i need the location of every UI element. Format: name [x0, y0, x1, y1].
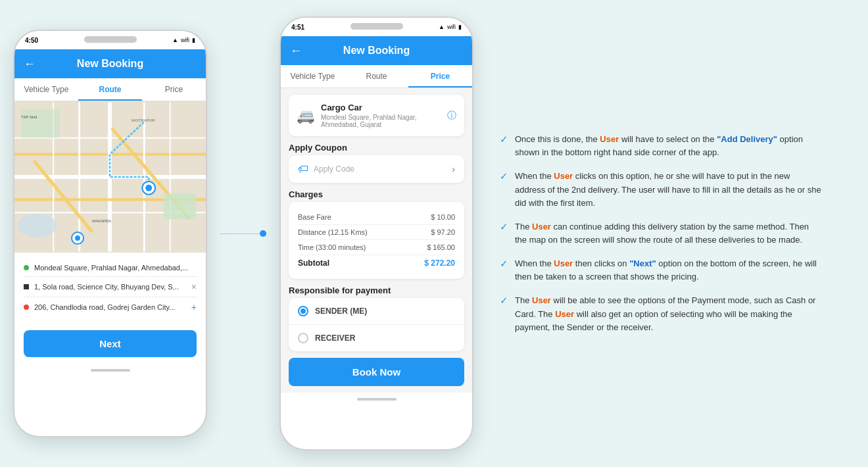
instruction-item-1: ✓ Once this is done, the User will have …: [500, 133, 822, 159]
charge-amount-time: $ 165.00: [427, 243, 455, 251]
truck-icon: 🚐: [297, 107, 314, 124]
phone1-tabs: Vehicle Type Route Price: [14, 78, 206, 101]
phone2-body: 🚐 Cargo Car Mondeal Square, Prahlad Naga…: [281, 88, 472, 393]
phone1-time: 4:50: [25, 37, 38, 44]
cargo-card: 🚐 Cargo Car Mondeal Square, Prahlad Naga…: [289, 95, 464, 136]
phone2-tab-vehicle[interactable]: Vehicle Type: [281, 65, 345, 87]
phone1-header-title: New Booking: [42, 58, 178, 70]
home-bar-1: [91, 369, 130, 372]
phone2-tab-route[interactable]: Route: [345, 65, 408, 87]
charges-box: Base Fare $ 10.00 Distance (12.15 Kms) $…: [289, 202, 464, 279]
payment-section: Responsible for payment SENDER (ME) RECE…: [289, 285, 464, 351]
charges-section: Charges Base Fare $ 10.00 Distance (12.1…: [289, 189, 464, 279]
phone2-bottom: [281, 393, 472, 406]
loc-add-button[interactable]: +: [191, 302, 197, 312]
sender-label: SENDER (ME): [315, 307, 367, 316]
svg-rect-15: [21, 109, 60, 137]
instruction-text-2: When the User clicks on this option, he …: [515, 170, 822, 209]
instruction-text-4: When the User then clicks on "Next" opti…: [515, 257, 822, 283]
loc-remove-button[interactable]: ×: [191, 282, 197, 292]
phone1-back-button[interactable]: ←: [24, 57, 36, 71]
radio-sender: [298, 306, 308, 316]
phone1-tab-route[interactable]: Route: [78, 78, 142, 101]
book-now-button[interactable]: Book Now: [289, 358, 464, 386]
connector-dot: [260, 230, 266, 237]
phone1-bottom: [14, 364, 206, 377]
charge-row-subtotal: Subtotal $ 272.20: [298, 255, 455, 271]
coupon-arrow-icon: ›: [452, 164, 455, 174]
coupon-icon: 🏷: [298, 163, 308, 175]
charge-row-distance: Distance (12.15 Kms) $ 97.20: [298, 225, 455, 240]
phone1-location-list: Mondeal Square, Prahlad Nagar, Ahmedabad…: [14, 253, 206, 324]
radio-inner-sender: [301, 308, 306, 314]
phone2-back-button[interactable]: ←: [290, 44, 302, 58]
svg-text:MAKARBA: MAKARBA: [92, 219, 111, 223]
wifi-icon-2: wifi: [447, 24, 456, 30]
check-icon-3: ✓: [500, 221, 508, 233]
check-icon-5: ✓: [500, 295, 508, 307]
phone1-status-icons: ▲ wifi ▮: [172, 37, 195, 43]
charge-amount-distance: $ 97.20: [431, 228, 455, 236]
radio-receiver: [298, 333, 308, 343]
charge-row-time: Time (33:00 minutes) $ 165.00: [298, 240, 455, 255]
cargo-info-icon[interactable]: ⓘ: [447, 110, 456, 122]
instruction-item-4: ✓ When the User then clicks on "Next" op…: [500, 257, 822, 283]
phone2-header-title: New Booking: [308, 45, 445, 57]
loc-dot-red: [24, 305, 29, 310]
charge-row-base: Base Fare $ 10.00: [298, 210, 455, 225]
instructions-panel: ✓ Once this is done, the User will have …: [487, 126, 829, 341]
home-bar-2: [357, 398, 397, 401]
next-button[interactable]: Next: [24, 330, 197, 357]
check-icon-4: ✓: [500, 258, 508, 270]
phone1-tab-vehicle[interactable]: Vehicle Type: [14, 78, 78, 101]
loc-text-2: 1, Sola road, Science City, Bhuyang Dev,…: [34, 283, 186, 291]
battery-icon: ▮: [192, 37, 195, 43]
instruction-text-1: Once this is done, the User will have to…: [515, 133, 822, 159]
phone2-tab-price[interactable]: Price: [408, 65, 472, 87]
instruction-item-5: ✓ The User will be able to see the optio…: [500, 294, 822, 333]
phone1-tab-price[interactable]: Price: [142, 78, 206, 101]
svg-text:TRP Mall: TRP Mall: [21, 115, 37, 119]
phone1-mockup: 4:50 ▲ wifi ▮ ← New Booking Vehicle Type…: [13, 30, 207, 437]
phone1-map: BOPAL VASTRAPUR TRP Mall MAKARBA: [14, 101, 206, 253]
payment-option-receiver[interactable]: RECEIVER: [289, 325, 464, 351]
instruction-item-2: ✓ When the User clicks on this option, h…: [500, 170, 822, 209]
battery-icon-2: ▮: [458, 24, 462, 30]
payment-label: Responsible for payment: [289, 285, 464, 295]
phone1-notch-bar: [84, 36, 137, 43]
phone2-notch: 4:51 ▲ wifi ▮: [281, 18, 472, 36]
instruction-text-5: The User will be able to see the options…: [515, 294, 822, 333]
charges-label: Charges: [289, 189, 464, 199]
phone2-notch-bar: [350, 23, 403, 30]
check-icon-2: ✓: [500, 170, 508, 182]
instruction-text-3: The User can continue adding this delive…: [515, 220, 822, 247]
loc-text-3: 206, Chandlodia road, Godrej Garden City…: [34, 303, 186, 311]
phone1-notch: 4:50 ▲ wifi ▮: [14, 31, 206, 49]
cargo-sub: Mondeal Square, Prahlad Nagar,Ahmedabad,…: [321, 114, 441, 128]
phone2-tabs: Vehicle Type Route Price: [281, 65, 472, 88]
charge-label-time: Time (33:00 minutes): [298, 243, 366, 251]
wifi-icon: wifi: [181, 37, 189, 43]
location-item-1: Mondeal Square, Prahlad Nagar, Ahmedabad…: [24, 259, 197, 277]
loc-dot-green: [24, 265, 29, 270]
phone2-mockup: 4:51 ▲ wifi ▮ ← New Booking Vehicle Type…: [279, 16, 473, 451]
cargo-info: Cargo Car Mondeal Square, Prahlad Nagar,…: [321, 103, 441, 128]
svg-rect-14: [164, 193, 196, 219]
apply-code-text: Apply Code: [314, 164, 446, 174]
payment-box: SENDER (ME) RECEIVER: [289, 298, 464, 351]
charge-amount-base: $ 10.00: [431, 213, 455, 221]
phone2-time: 4:51: [291, 24, 304, 31]
receiver-label: RECEIVER: [315, 333, 355, 343]
svg-point-13: [18, 214, 57, 237]
phone2-header: ← New Booking: [281, 36, 472, 65]
payment-option-sender[interactable]: SENDER (ME): [289, 298, 464, 325]
apply-code-row[interactable]: 🏷 Apply Code ›: [289, 155, 464, 183]
loc-square: [24, 284, 29, 289]
phone2-status-icons: ▲ wifi ▮: [439, 24, 462, 30]
svg-point-21: [145, 185, 152, 191]
loc-text-1: Mondeal Square, Prahlad Nagar, Ahmedabad…: [34, 264, 197, 272]
charge-label-base: Base Fare: [298, 213, 331, 221]
signal-icon-2: ▲: [439, 24, 445, 30]
cargo-name: Cargo Car: [321, 103, 441, 112]
apply-coupon-section: Apply Coupon 🏷 Apply Code ›: [289, 143, 464, 183]
